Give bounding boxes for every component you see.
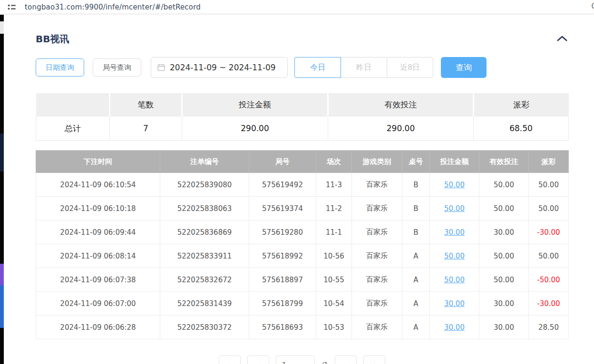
bet-record-row: 2024-11-09 06:10:54522025839080575619492…: [36, 173, 569, 197]
strip-segment: [0, 134, 4, 172]
summary-header-bet-amount: 投注金额: [182, 93, 328, 116]
strip-segment: [0, 264, 4, 285]
screen: tongbao31.com:9900/infe/mcenter/#/betRec…: [0, 0, 594, 364]
bet-table-cell: -30.00: [529, 220, 569, 244]
bet-table-cell: 522025831439: [160, 292, 249, 316]
background-page-strip: [0, 15, 4, 364]
bet-table-cell: 522025839080: [160, 173, 249, 197]
yesterday-button[interactable]: 昨日: [341, 57, 387, 78]
bet-table-column-header: 游戏类别: [352, 151, 402, 173]
bet-amount-cell: 50.00: [430, 197, 479, 220]
bet-table-cell: -30.00: [529, 292, 569, 316]
summary-total-row: 总计 7 290.00 290.00 68.50: [36, 116, 569, 141]
bet-table-cell: B: [402, 173, 430, 197]
bet-amount-link[interactable]: 30.00: [444, 228, 465, 237]
bet-table-cell: 522025838063: [160, 197, 249, 220]
next-page-button[interactable]: ▶: [335, 355, 357, 364]
bet-record-row: 2024-11-09 06:06:28522025830372575618693…: [36, 316, 569, 339]
bet-table-column-header: 场次: [316, 151, 352, 173]
bet-table-cell: 10-55: [316, 268, 352, 292]
summary-header-valid-bet: 有效投注: [328, 93, 474, 116]
date-range-value: 2024-11-09 ~ 2024-11-09: [170, 63, 276, 72]
bet-table-cell: 50.00: [479, 173, 529, 197]
search-button[interactable]: 查询: [441, 57, 487, 78]
first-page-icon: ◀◀: [225, 362, 233, 364]
bet-table-cell: 10-53: [316, 316, 352, 339]
bet-table-cell: 11-2: [316, 197, 352, 220]
bet-table-cell: 百家乐: [352, 292, 402, 316]
total-pages-label: /1: [321, 361, 329, 364]
previous-page-icon: ◀: [256, 362, 260, 364]
bet-table-cell: 522025830372: [160, 316, 249, 339]
bet-table-cell: 百家乐: [352, 316, 402, 339]
bet-table-column-header: 注单编号: [160, 151, 249, 173]
bet-record-row: 2024-11-09 06:09:44522025836869575619280…: [36, 220, 569, 244]
bet-table-cell: A: [402, 268, 430, 292]
last-8-days-button[interactable]: 近8日: [387, 57, 433, 78]
strip-segment: [0, 21, 4, 34]
bet-amount-cell: 30.00: [430, 316, 479, 339]
last-page-button[interactable]: ▶▶: [363, 355, 385, 364]
bet-table-column-header: 派彩: [529, 151, 569, 173]
summary-bet-amount-value: 290.00: [182, 116, 328, 141]
bet-record-row: 2024-11-09 06:08:14522025833911575618992…: [36, 244, 569, 268]
bet-table-cell: 575618992: [249, 244, 316, 268]
bet-records-table: 下注时间注单编号局号场次游戏类别桌号投注金额有效投注派彩 2024-11-09 …: [36, 150, 569, 339]
today-button[interactable]: 今日: [294, 57, 341, 78]
bet-table-cell: 50.00: [529, 197, 569, 220]
bet-table-cell: A: [402, 292, 430, 316]
bet-amount-link[interactable]: 50.00: [444, 276, 465, 284]
bet-table-cell: 2024-11-09 06:07:00: [36, 292, 160, 316]
bet-amount-link[interactable]: 50.00: [444, 204, 465, 213]
previous-page-button[interactable]: ◀: [247, 355, 269, 364]
bet-table-cell: 575618897: [249, 268, 316, 292]
quick-date-group: 今日 昨日 近8日: [294, 57, 433, 78]
bet-table-cell: 522025832672: [160, 268, 249, 292]
round-query-tab[interactable]: 局号查询: [93, 58, 141, 77]
bet-table-cell: 575619280: [249, 220, 316, 244]
summary-table: 笔数 投注金额 有效投注 派彩 总计 7 290.00 290.00 68.50: [36, 93, 569, 141]
summary-valid-bet-value: 290.00: [328, 116, 474, 141]
bet-amount-link[interactable]: 50.00: [444, 181, 465, 189]
browser-address-bar[interactable]: tongbao31.com:9900/infe/mcenter/#/betRec…: [0, 0, 594, 14]
bet-amount-link[interactable]: 50.00: [444, 252, 465, 260]
bet-table-cell: 2024-11-09 06:09:44: [36, 220, 160, 244]
pagination: ◀◀ ◀ 1 /1 ▶ ▶▶: [36, 355, 568, 364]
bet-table-cell: 2024-11-09 06:07:38: [36, 268, 160, 292]
bet-table-column-header: 局号: [249, 151, 316, 173]
bet-table-body: 2024-11-09 06:10:54522025839080575619492…: [36, 173, 569, 339]
bet-table-cell: 575618693: [249, 316, 316, 339]
bet-table-cell: 11-1: [316, 220, 352, 244]
bet-table-cell: 30.00: [479, 316, 529, 339]
date-query-tab[interactable]: 日期查询: [36, 58, 84, 77]
bet-table-cell: 522025833911: [160, 244, 249, 268]
bet-table-column-header: 投注金额: [430, 151, 479, 173]
date-range-input[interactable]: 2024-11-09 ~ 2024-11-09: [151, 57, 288, 78]
bet-table-cell: 50.00: [479, 268, 529, 292]
first-page-button[interactable]: ◀◀: [219, 355, 241, 364]
bet-table-cell: 2024-11-09 06:08:14: [36, 244, 160, 268]
bet-table-cell: 50.00: [479, 197, 529, 220]
filter-row: 日期查询 局号查询 2024-11-09 ~ 2024-11-09 今日 昨日 …: [36, 57, 568, 78]
bet-table-cell: 50.00: [529, 244, 569, 268]
bet-table-cell: B: [402, 197, 430, 220]
bet-amount-cell: 30.00: [430, 292, 479, 316]
summary-payout-value: 68.50: [474, 116, 569, 141]
address-bar-clipped-text: C: [592, 2, 594, 10]
bet-table-cell: 50.00: [479, 244, 529, 268]
bet-table-cell: 2024-11-09 06:10:18: [36, 197, 160, 220]
bet-amount-cell: 50.00: [430, 268, 479, 292]
bet-table-cell: 百家乐: [352, 244, 402, 268]
summary-count-value: 7: [110, 116, 182, 141]
bet-table-cell: 30.00: [479, 292, 529, 316]
summary-total-label: 总计: [36, 116, 110, 141]
bet-amount-link[interactable]: 30.00: [444, 323, 465, 332]
bet-amount-link[interactable]: 30.00: [444, 299, 465, 308]
next-page-icon: ▶: [344, 362, 348, 364]
url-text[interactable]: tongbao31.com:9900/infe/mcenter/#/betRec…: [25, 3, 201, 11]
bet-table-cell: 百家乐: [352, 268, 402, 292]
bet-amount-cell: 50.00: [430, 173, 479, 197]
page-select[interactable]: 1: [276, 355, 315, 364]
collapse-button[interactable]: [556, 34, 568, 44]
address-bar-list-icon[interactable]: [8, 4, 16, 10]
